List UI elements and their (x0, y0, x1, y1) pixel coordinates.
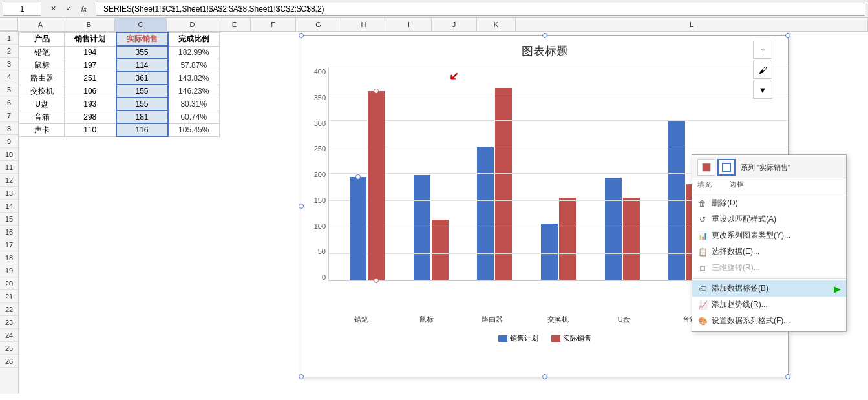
handle-bot-left[interactable] (299, 374, 304, 379)
cell-B6[interactable]: 193 (65, 98, 116, 111)
bar-blue-3[interactable] (477, 147, 494, 280)
col-header-F[interactable]: F (251, 18, 296, 31)
col-header-A[interactable]: A (18, 18, 63, 31)
row-num-15[interactable]: 15 (0, 213, 18, 226)
bar-blue-4[interactable] (541, 224, 558, 280)
cell-A4[interactable]: 路由器 (19, 72, 65, 85)
cell-D1[interactable]: 完成比例 (168, 32, 220, 46)
row-num-3[interactable]: 3 (0, 58, 18, 70)
cell-A8[interactable]: 声卡 (19, 123, 65, 136)
cell-B5[interactable]: 106 (65, 85, 116, 98)
row-num-17[interactable]: 17 (0, 238, 18, 251)
bar-blue-2[interactable] (414, 175, 430, 280)
row-num-11[interactable]: 11 (0, 161, 18, 174)
bar-blue-6[interactable] (668, 121, 685, 280)
formula-input[interactable] (96, 3, 865, 16)
handle-top-center[interactable] (542, 33, 547, 38)
row-num-9[interactable]: 9 (0, 135, 18, 148)
col-header-H[interactable]: H (341, 18, 386, 31)
cell-D4[interactable]: 143.82% (168, 72, 220, 85)
row-num-2[interactable]: 2 (0, 45, 18, 58)
col-header-D[interactable]: D (167, 18, 218, 31)
context-menu-item-add-trendline[interactable]: 📈 添加趋势线(R)... (692, 297, 846, 313)
cell-B8[interactable]: 110 (65, 123, 116, 136)
row-num-12[interactable]: 12 (0, 174, 18, 187)
col-header-K[interactable]: K (477, 18, 516, 31)
cell-D2[interactable]: 182.99% (168, 46, 220, 59)
filter-button[interactable]: ▼ (753, 81, 772, 99)
cell-C6[interactable]: 155 (116, 98, 168, 111)
bar-red-5[interactable] (623, 198, 640, 280)
context-menu-item-add-labels[interactable]: 🏷 添加数据标签(B) ▶ (692, 280, 846, 297)
col-header-L[interactable]: L (516, 18, 868, 31)
handle-bot-center[interactable] (542, 374, 547, 379)
row-num-24[interactable]: 24 (0, 329, 18, 342)
brush-button[interactable]: 🖌 (753, 61, 772, 79)
row-num-19[interactable]: 19 (0, 264, 18, 277)
cell-D7[interactable]: 60.74% (168, 111, 220, 123)
row-num-13[interactable]: 13 (0, 187, 18, 200)
col-header-J[interactable]: J (432, 18, 477, 31)
cell-D6[interactable]: 80.31% (168, 98, 220, 111)
cell-B3[interactable]: 197 (65, 59, 116, 72)
context-menu-item-change-type[interactable]: 📊 更改系列图表类型(Y)... (692, 227, 846, 244)
chart-title[interactable]: 图表标题 (301, 36, 788, 61)
border-icon-button[interactable] (717, 159, 736, 176)
row-num-21[interactable]: 21 (0, 290, 18, 303)
row-num-1[interactable]: 1 (0, 32, 18, 45)
cell-C2[interactable]: 355 (116, 46, 168, 59)
row-num-25[interactable]: 25 (0, 342, 18, 355)
row-num-23[interactable]: 23 (0, 316, 18, 329)
function-icon[interactable]: fx (78, 3, 90, 16)
col-header-E[interactable]: E (218, 18, 251, 31)
cell-C3[interactable]: 114 (116, 59, 168, 72)
col-header-C[interactable]: C (115, 18, 167, 31)
row-num-26[interactable]: 26 (0, 355, 18, 368)
add-element-button[interactable]: ＋ (753, 41, 772, 59)
row-num-5[interactable]: 5 (0, 83, 18, 96)
cell-A1[interactable]: 产品 (19, 32, 65, 46)
context-menu-item-select-data[interactable]: 📋 选择数据(E)... (692, 244, 846, 260)
row-num-6[interactable]: 6 (0, 96, 18, 109)
cell-C1[interactable]: 实际销售 (116, 32, 168, 46)
handle-top-left[interactable] (299, 33, 304, 38)
row-num-22[interactable]: 22 (0, 303, 18, 316)
row-num-8[interactable]: 8 (0, 122, 18, 135)
handle-bot-right[interactable] (785, 374, 790, 379)
handle-top-right[interactable] (785, 33, 790, 38)
row-num-7[interactable]: 7 (0, 109, 18, 122)
context-menu-item-delete[interactable]: 🗑 删除(D) (692, 195, 846, 211)
row-num-10[interactable]: 10 (0, 148, 18, 161)
col-header-I[interactable]: I (386, 18, 432, 31)
cell-A6[interactable]: U盘 (19, 98, 65, 111)
row-num-18[interactable]: 18 (0, 251, 18, 264)
cell-D5[interactable]: 146.23% (168, 85, 220, 98)
bar-blue-5[interactable] (605, 178, 622, 280)
cell-C8[interactable]: 116 (116, 123, 168, 136)
row-num-4[interactable]: 4 (0, 70, 18, 83)
bar-red-2[interactable] (432, 220, 449, 280)
cell-C4[interactable]: 361 (116, 72, 168, 85)
cell-A3[interactable]: 鼠标 (19, 59, 65, 72)
row-num-16[interactable]: 16 (0, 226, 18, 238)
cell-B2[interactable]: 194 (65, 46, 116, 59)
cell-A5[interactable]: 交换机 (19, 85, 65, 98)
cell-reference-input[interactable] (3, 3, 41, 16)
bar-red-4[interactable] (559, 198, 576, 280)
cell-A7[interactable]: 音箱 (19, 111, 65, 123)
confirm-icon[interactable]: ✓ (62, 3, 75, 16)
cell-C7[interactable]: 181 (116, 111, 168, 123)
bar-blue-1[interactable] (350, 177, 366, 280)
cell-B4[interactable]: 251 (65, 72, 116, 85)
bar-red-3[interactable] (495, 88, 512, 280)
cell-C5[interactable]: 155 (116, 85, 168, 98)
cell-B7[interactable]: 298 (65, 111, 116, 123)
row-num-20[interactable]: 20 (0, 277, 18, 290)
row-num-14[interactable]: 14 (0, 200, 18, 213)
cancel-icon[interactable]: ✕ (47, 3, 59, 16)
bar-red-1[interactable] (368, 91, 385, 280)
fill-icon-button[interactable] (697, 159, 715, 176)
cell-B1[interactable]: 销售计划 (65, 32, 116, 46)
col-header-G[interactable]: G (296, 18, 341, 31)
context-menu-item-format[interactable]: 🎨 设置数据系列格式(F)... (692, 313, 846, 329)
